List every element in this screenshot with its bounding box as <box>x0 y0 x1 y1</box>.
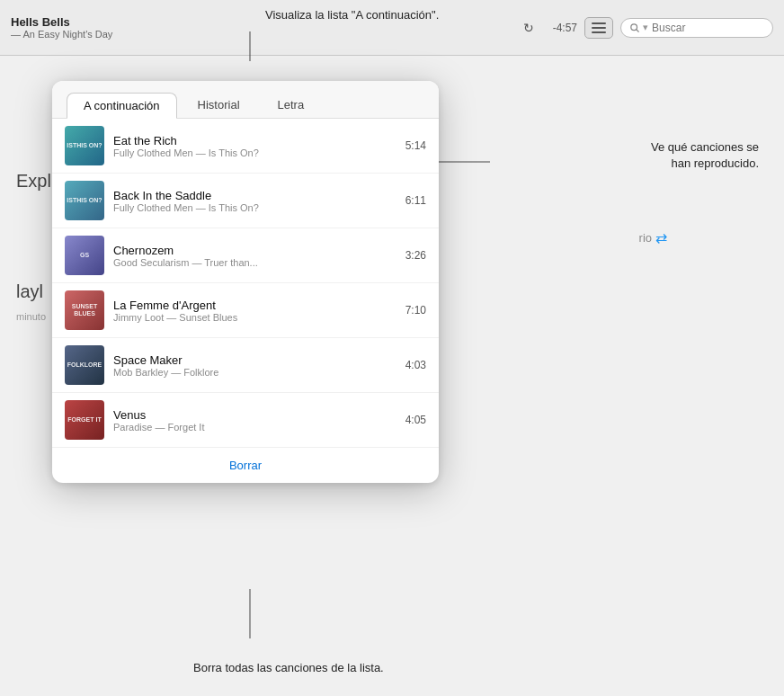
song-title-2: Back In the Saddle <box>113 189 396 202</box>
album-art-4: SUNSET BLUES <box>65 290 104 330</box>
song-title-5: Space Maker <box>113 353 396 367</box>
svg-rect-0 <box>592 22 606 24</box>
popup-panel: A continuación Historial Letra ISTHIS ON… <box>52 81 439 483</box>
album-art-2: ISTHIS ON? <box>65 181 104 220</box>
song-artist-2: Fully Clothed Men — Is This On? <box>113 202 396 213</box>
song-duration-1: 5:14 <box>405 139 426 152</box>
song-duration-4: 7:10 <box>405 304 426 317</box>
queue-icon <box>592 22 606 33</box>
shuffle-label: rio <box>639 231 652 245</box>
album-art-5: FOLKLORE <box>65 345 104 385</box>
song-duration-2: 6:11 <box>405 194 426 207</box>
now-playing-subtitle: — An Easy Night's Day <box>11 29 512 40</box>
song-duration-3: 3:26 <box>405 249 426 262</box>
song-artist-1: Fully Clothed Men — Is This On? <box>113 147 396 158</box>
song-title-4: La Femme d'Argent <box>113 299 396 312</box>
song-info-2: Back In the Saddle Fully Clothed Men — I… <box>113 189 396 213</box>
tab-lyrics[interactable]: Letra <box>261 92 322 118</box>
search-bar[interactable]: ▾ <box>620 18 773 38</box>
song-list: ISTHIS ON? Eat the Rich Fully Clothed Me… <box>52 119 439 448</box>
song-info-3: Chernozem Good Secularism — Truer than..… <box>113 244 396 268</box>
song-item-1[interactable]: ISTHIS ON? Eat the Rich Fully Clothed Me… <box>52 119 439 174</box>
sidebar-label-minuto: minuto <box>16 311 51 322</box>
svg-line-4 <box>637 30 638 31</box>
song-item-5[interactable]: FOLKLORE Space Maker Mob Barkley — Folkl… <box>52 338 439 393</box>
album-art-1: ISTHIS ON? <box>65 126 104 165</box>
song-info-1: Eat the Rich Fully Clothed Men — Is This… <box>113 134 396 158</box>
svg-rect-1 <box>592 27 606 29</box>
svg-rect-2 <box>592 31 606 33</box>
sidebar-label-layl: layl <box>16 281 51 302</box>
song-duration-5: 4:03 <box>405 359 426 371</box>
song-artist-5: Mob Barkley — Folklore <box>113 367 396 378</box>
queue-button[interactable] <box>584 17 613 39</box>
song-artist-3: Good Secularism — Truer than... <box>113 257 396 268</box>
song-artist-6: Paradise — Forget It <box>113 422 396 433</box>
song-info-5: Space Maker Mob Barkley — Folklore <box>113 353 396 378</box>
song-item-4[interactable]: SUNSET BLUES La Femme d'Argent Jimmy Loo… <box>52 283 439 338</box>
svg-point-3 <box>631 23 637 30</box>
repeat-button[interactable]: ↻ <box>520 17 538 39</box>
song-item-3[interactable]: GS Chernozem Good Secularism — Truer tha… <box>52 228 439 283</box>
clear-button[interactable]: Borrar <box>52 448 439 483</box>
annotation-bottom: Borra todas las canciones de la lista. <box>193 660 384 676</box>
sidebar-label-expl: Expl <box>16 171 51 192</box>
tab-up-next[interactable]: A continuación <box>67 93 177 119</box>
song-title-1: Eat the Rich <box>113 134 396 147</box>
song-artist-4: Jimmy Loot — Sunset Blues <box>113 312 396 323</box>
shuffle-area: rio ⇄ <box>639 229 667 246</box>
search-icon <box>630 22 639 33</box>
annotation-top: Visualiza la lista "A continuación". <box>265 7 439 23</box>
tab-history[interactable]: Historial <box>181 92 257 118</box>
shuffle-icon[interactable]: ⇄ <box>655 229 667 246</box>
song-title-3: Chernozem <box>113 244 396 257</box>
search-input[interactable] <box>652 22 763 34</box>
annotation-right: Ve qué canciones se han reproducido. <box>592 139 759 172</box>
song-info-4: La Femme d'Argent Jimmy Loot — Sunset Bl… <box>113 299 396 323</box>
tabs-bar: A continuación Historial Letra <box>52 81 439 119</box>
song-info-6: Venus Paradise — Forget It <box>113 408 396 433</box>
song-duration-6: 4:05 <box>405 414 426 426</box>
song-title-6: Venus <box>113 408 396 422</box>
album-art-3: GS <box>65 236 104 275</box>
album-art-6: FORGET IT <box>65 400 104 440</box>
song-item-2[interactable]: ISTHIS ON? Back In the Saddle Fully Clot… <box>52 174 439 228</box>
song-item-6[interactable]: FORGET IT Venus Paradise — Forget It 4:0… <box>52 393 439 448</box>
time-remaining: -4:57 <box>545 22 577 34</box>
